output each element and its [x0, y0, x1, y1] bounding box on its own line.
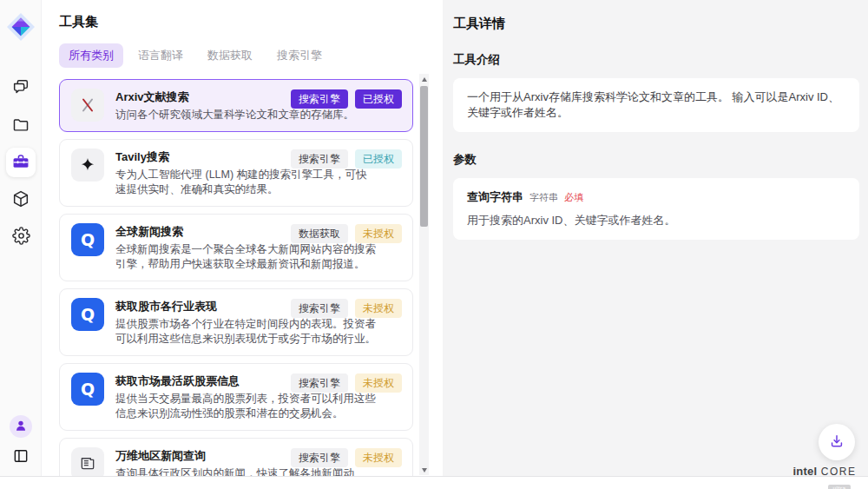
tool-icon: Q: [71, 89, 104, 122]
category-tab[interactable]: 所有类别: [59, 43, 123, 68]
panel-layout-icon: [12, 447, 30, 467]
chat-icon: [11, 77, 30, 99]
collapse-sidebar-button[interactable]: [9, 445, 33, 469]
category-badge: 搜索引擎: [291, 448, 348, 467]
tool-icon: Q: [71, 298, 104, 331]
intro-box: 一个用于从Arxiv存储库搜索科学论文和文章的工具。 输入可以是Arxiv ID…: [453, 78, 859, 132]
tool-badges: 数据获取 未授权: [291, 224, 402, 243]
category-badge: 搜索引擎: [291, 89, 348, 109]
intro-text: 一个用于从Arxiv存储库搜索科学论文和文章的工具。 输入可以是Arxiv ID…: [467, 89, 845, 121]
tool-card[interactable]: Q 获取股市各行业表现 提供股票市场各个行业在特定时间段内的表现。投资者可以利用…: [59, 288, 413, 356]
scrollbar-up-arrow[interactable]: [419, 74, 429, 84]
category-badge: 搜索引擎: [291, 299, 348, 318]
sidebar-item-models[interactable]: [6, 185, 36, 215]
app-frame: 工具集 所有类别 语言翻译 数据获取 搜索引擎: [0, 0, 868, 477]
auth-status-badge: 已授权: [355, 149, 402, 169]
tool-card[interactable]: Q 获取市场最活跃股票信息 提供当天交易量最高的股票列表，投资者可以利用这些信息…: [59, 363, 413, 431]
tavily-star-icon: [79, 156, 96, 174]
tool-description: 全球新闻搜索是一个聚合全球各大新闻网站内容的搜索引擎，帮助用户快速获取全球最新资…: [115, 242, 376, 272]
core-wordmark: core: [821, 466, 857, 478]
cube-icon: [11, 189, 30, 211]
sidebar-item-settings[interactable]: [6, 222, 36, 252]
category-tab[interactable]: 数据获取: [198, 43, 262, 68]
user-avatar[interactable]: [10, 415, 32, 438]
tool-badges: 搜索引擎 未授权: [291, 373, 402, 393]
auth-status-badge: 未授权: [355, 373, 402, 393]
download-icon: [828, 433, 845, 453]
param-type: 字符串: [529, 191, 558, 204]
category-badge: 搜索引擎: [291, 373, 348, 393]
newspaper-icon: [79, 455, 96, 472]
param-box: 查询字符串 字符串 必填 用于搜索的Arxiv ID、关键字或作者姓名。: [453, 178, 859, 240]
arxiv-icon: [79, 96, 96, 114]
param-required-flag: 必填: [564, 191, 583, 204]
tool-description: 访问各个研究领域大量科学论文和文章的存储库。: [115, 108, 354, 122]
tool-icon: Q: [71, 373, 104, 406]
params-heading: 参数: [453, 152, 859, 168]
intro-heading: 工具介绍: [453, 52, 859, 68]
tool-description: 查询具体行政区划内的新闻，快速了解各地新闻动: [115, 466, 354, 476]
download-button[interactable]: [819, 424, 855, 460]
scrollbar-down-arrow[interactable]: [419, 465, 429, 475]
tool-icon: Q: [71, 149, 104, 182]
param-description: 用于搜索的Arxiv ID、关键字或作者姓名。: [467, 213, 845, 228]
sidebar-item-chat[interactable]: [6, 73, 36, 102]
tool-description: 提供当天交易量最高的股票列表，投资者可以利用这些信息来识别流动性强的股票和潜在的…: [115, 392, 376, 421]
sidebar-bottom: [0, 415, 42, 469]
tool-badges: 搜索引擎 已授权: [291, 149, 402, 169]
scrollbar-thumb[interactable]: [420, 86, 428, 227]
q-news-icon: Q: [81, 230, 95, 249]
folder-icon: [11, 115, 30, 136]
tool-card-list: Q Arxiv文献搜索 访问各个研究领域大量科学论文和文章的存储库。: [59, 79, 413, 476]
intel-core-logo: intel core ultra: [790, 463, 859, 489]
param-header: 查询字符串 字符串 必填: [467, 189, 845, 205]
tool-detail-pane: 工具详情 工具介绍 一个用于从Arxiv存储库搜索科学论文和文章的工具。 输入可…: [443, 0, 868, 476]
gear-icon: [12, 227, 30, 248]
tool-badges: 搜索引擎 未授权: [291, 448, 402, 467]
sidebar-item-toolbox[interactable]: [6, 148, 36, 177]
auth-status-badge: 未授权: [355, 448, 402, 467]
list-scrollbar: [419, 74, 429, 475]
tool-card[interactable]: Q 全球新闻搜索 全球新闻搜索是一个聚合全球各大新闻网站内容的搜索引擎，帮助用户…: [59, 214, 413, 281]
category-tab[interactable]: 搜索引擎: [267, 43, 332, 68]
app-logo-icon: [6, 12, 36, 42]
tool-badges: 搜索引擎 未授权: [291, 299, 402, 318]
user-avatar-icon: [14, 419, 28, 435]
toolbox-icon: [11, 152, 30, 174]
sidebar: [0, 0, 42, 476]
sidebar-item-files[interactable]: [6, 110, 36, 140]
tool-card[interactable]: Q 万维地区新闻查询 查询具体行政区划内的新闻，快速了解各地新闻动: [59, 438, 413, 476]
tool-icon: Q: [71, 223, 104, 256]
category-badge: 搜索引擎: [291, 149, 348, 169]
ultra-badge: ultra: [828, 485, 850, 489]
sidebar-nav: [0, 73, 42, 252]
page-title: 工具集: [59, 14, 443, 30]
auth-status-badge: 未授权: [355, 224, 402, 243]
intel-wordmark: intel: [793, 465, 818, 478]
tool-description: 专为人工智能代理 (LLM) 构建的搜索引擎工具，可快速提供实时、准确和真实的结…: [115, 168, 376, 197]
tool-card[interactable]: Q Tavily搜索 专为人工智能代理 (LLM) 构建的搜索引擎工具，可快速提…: [59, 139, 413, 207]
tools-pane: 工具集 所有类别 语言翻译 数据获取 搜索引擎: [42, 0, 443, 476]
category-tab[interactable]: 语言翻译: [128, 43, 193, 68]
tool-card[interactable]: Q Arxiv文献搜索 访问各个研究领域大量科学论文和文章的存储库。: [59, 79, 413, 132]
param-name: 查询字符串: [467, 189, 523, 205]
detail-title: 工具详情: [453, 16, 859, 32]
category-badge: 数据获取: [291, 224, 348, 243]
auth-status-badge: 已授权: [355, 89, 402, 109]
category-tabs: 所有类别 语言翻译 数据获取 搜索引擎: [59, 43, 443, 68]
q-news-icon: Q: [81, 305, 95, 324]
tool-description: 提供股票市场各个行业在特定时间段内的表现。投资者可以利用这些信息来识别表现优于或…: [115, 317, 376, 347]
tool-badges: 搜索引擎 已授权: [291, 89, 402, 109]
q-news-icon: Q: [81, 380, 95, 399]
tool-icon: Q: [71, 447, 104, 476]
auth-status-badge: 未授权: [355, 299, 402, 318]
app-window: 工具集 所有类别 语言翻译 数据获取 搜索引擎: [0, 0, 868, 489]
